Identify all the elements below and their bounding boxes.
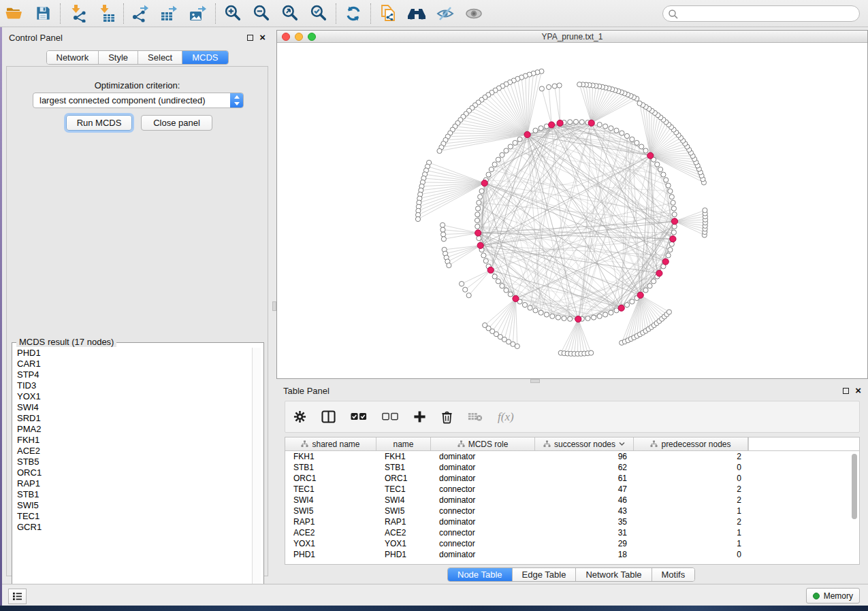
network-node[interactable] — [552, 84, 557, 88]
window-maximize-button[interactable] — [308, 33, 316, 41]
import-network-button[interactable] — [63, 2, 92, 25]
network-node[interactable] — [515, 344, 519, 348]
network-node[interactable] — [508, 292, 513, 297]
network-node[interactable] — [477, 200, 481, 205]
tab-network-table[interactable]: Network Table — [576, 568, 652, 581]
delete-columns-icon[interactable] — [441, 410, 453, 424]
network-node[interactable] — [441, 237, 446, 242]
close-panel-button[interactable]: Close panel — [141, 115, 212, 131]
mcds-result-item[interactable]: PHD1 — [13, 348, 253, 359]
select-all-icon[interactable] — [351, 412, 367, 421]
window-close-button[interactable] — [282, 33, 290, 41]
network-node[interactable] — [463, 287, 468, 292]
search-input[interactable] — [662, 5, 860, 22]
network-node[interactable] — [614, 128, 619, 133]
network-node[interactable] — [630, 299, 634, 304]
network-node[interactable] — [547, 84, 551, 89]
new-network-from-selection-button[interactable] — [374, 2, 402, 25]
network-node[interactable] — [624, 303, 629, 308]
mcds-list-scrollbar[interactable] — [252, 348, 261, 591]
network-dominator-node[interactable] — [656, 270, 662, 276]
network-node[interactable] — [668, 248, 673, 252]
mcds-result-item[interactable]: ACE2 — [13, 446, 253, 457]
table-row[interactable]: PHD1PHD1dominator180 — [285, 549, 859, 560]
network-node[interactable] — [500, 284, 504, 288]
network-graph[interactable] — [277, 43, 867, 378]
network-node[interactable] — [492, 274, 497, 279]
network-node[interactable] — [603, 312, 608, 317]
network-node[interactable] — [624, 133, 629, 138]
mcds-result-item[interactable]: SRD1 — [13, 413, 253, 424]
network-node[interactable] — [492, 162, 497, 167]
network-dominator-node[interactable] — [618, 305, 624, 311]
network-node[interactable] — [415, 216, 420, 221]
network-node[interactable] — [637, 101, 642, 105]
zoom-selected-button[interactable] — [304, 2, 333, 25]
network-dominator-node[interactable] — [557, 120, 563, 126]
network-node[interactable] — [643, 148, 648, 153]
mcds-result-item[interactable]: SWI5 — [13, 500, 253, 511]
network-node[interactable] — [539, 86, 544, 91]
network-node[interactable] — [597, 122, 602, 127]
open-file-button[interactable] — [0, 2, 29, 25]
network-node[interactable] — [533, 128, 538, 133]
zoom-out-button[interactable] — [247, 2, 276, 25]
network-dominator-node[interactable] — [481, 180, 487, 186]
column-header-predecessor-nodes[interactable]: predecessor nodes — [634, 437, 748, 450]
network-node[interactable] — [562, 316, 566, 320]
network-node[interactable] — [475, 224, 480, 229]
tab-select[interactable]: Select — [138, 51, 182, 64]
show-column-icon[interactable] — [321, 410, 336, 423]
network-node[interactable] — [440, 227, 445, 232]
mcds-result-item[interactable]: YOX1 — [13, 391, 253, 402]
network-node[interactable] — [466, 293, 471, 298]
network-node[interactable] — [672, 212, 677, 217]
mcds-result-item[interactable]: PMA2 — [13, 424, 253, 435]
tab-motifs[interactable]: Motifs — [652, 568, 695, 581]
network-node[interactable] — [550, 314, 555, 318]
add-column-icon[interactable] — [413, 410, 426, 423]
network-node[interactable] — [568, 120, 573, 125]
tab-network[interactable]: Network — [46, 51, 99, 64]
close-panel-icon[interactable]: × — [259, 34, 266, 41]
network-node[interactable] — [666, 253, 671, 258]
table-row[interactable]: RAP1RAP1dominator352 — [285, 516, 859, 527]
window-minimize-button[interactable] — [295, 33, 303, 41]
column-header-name[interactable]: name — [376, 437, 431, 450]
run-mcds-button[interactable]: Run MCDS — [66, 115, 132, 131]
network-dominator-node[interactable] — [487, 267, 494, 273]
network-node[interactable] — [557, 83, 562, 88]
mcds-result-item[interactable]: SWI4 — [13, 402, 253, 413]
close-panel-icon[interactable]: × — [855, 387, 861, 394]
table-scrollbar[interactable] — [852, 454, 857, 519]
network-node[interactable] — [661, 172, 666, 177]
network-dominator-node[interactable] — [647, 152, 654, 159]
network-node[interactable] — [634, 140, 639, 145]
export-image-button[interactable] — [184, 2, 212, 25]
network-canvas[interactable] — [277, 43, 867, 378]
network-node[interactable] — [483, 259, 488, 263]
mcds-result-item[interactable]: STB1 — [13, 489, 253, 500]
network-node[interactable] — [609, 126, 613, 131]
import-table-button[interactable] — [92, 2, 120, 25]
mcds-result-item[interactable]: TEC1 — [13, 511, 253, 522]
network-node[interactable] — [479, 188, 484, 193]
network-node[interactable] — [496, 157, 500, 162]
network-node[interactable] — [504, 148, 509, 153]
show-all-button[interactable] — [460, 2, 488, 25]
network-node[interactable] — [577, 82, 582, 87]
network-dominator-node[interactable] — [670, 236, 676, 242]
zoom-in-button[interactable] — [219, 2, 247, 25]
network-node[interactable] — [666, 310, 671, 314]
network-node[interactable] — [666, 183, 671, 188]
table-row[interactable]: STB1STB1dominator620 — [285, 462, 859, 473]
network-node[interactable] — [477, 236, 481, 241]
network-node[interactable] — [620, 131, 624, 135]
table-row[interactable]: YOX1YOX1connector291 — [285, 538, 859, 549]
mcds-result-item[interactable]: GCR1 — [13, 522, 253, 533]
network-node[interactable] — [522, 303, 527, 308]
network-node[interactable] — [589, 350, 594, 355]
network-dominator-node[interactable] — [575, 316, 581, 322]
network-node[interactable] — [475, 218, 479, 222]
tab-mcds[interactable]: MCDS — [182, 51, 227, 64]
